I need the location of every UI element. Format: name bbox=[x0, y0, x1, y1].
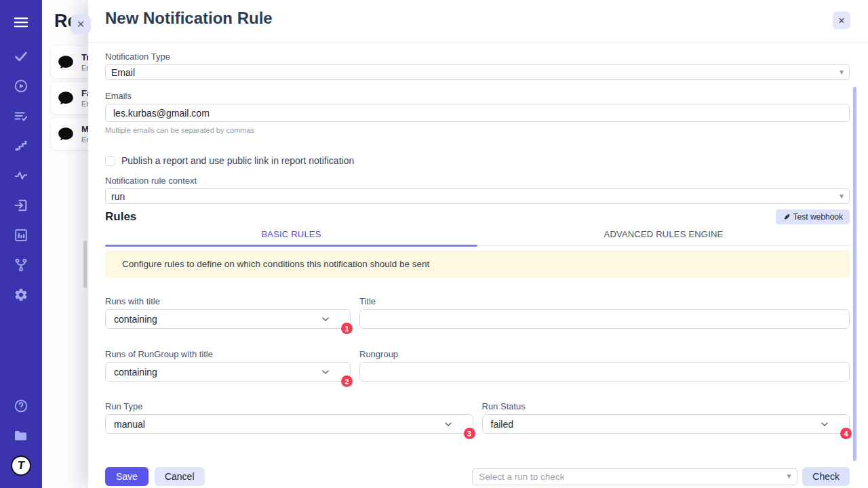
new-notification-rule-drawer: ✕ New Notification Rule ✕ Notification T… bbox=[88, 0, 868, 488]
play-circle-icon[interactable] bbox=[11, 76, 31, 96]
run-status-label: Run Status bbox=[482, 401, 850, 411]
tab-advanced-rules-engine[interactable]: ADVANCED RULES ENGINE bbox=[477, 229, 850, 245]
chevron-down-icon bbox=[320, 314, 331, 325]
runs-of-rungroup-label: Runs of RunGroup with title bbox=[105, 349, 351, 359]
step-badge: 4 bbox=[840, 428, 852, 439]
check-button[interactable]: Check bbox=[802, 467, 850, 486]
bar-chart-icon[interactable] bbox=[11, 225, 31, 245]
run-to-check-select[interactable]: Select a run to check ▼ bbox=[472, 468, 797, 485]
list-item[interactable]: Fa Em bbox=[51, 82, 92, 114]
close-drawer-icon[interactable]: ✕ bbox=[71, 14, 91, 35]
context-label: Notification rule context bbox=[105, 176, 850, 186]
page-title: New Notification Rule bbox=[105, 9, 273, 28]
menu-icon[interactable] bbox=[11, 12, 31, 33]
run-type-dropdown[interactable]: manual 3 bbox=[105, 414, 473, 434]
list-check-icon[interactable] bbox=[11, 106, 31, 126]
chat-bubble-icon bbox=[57, 125, 75, 143]
dropdown-caret-icon: ▼ bbox=[838, 68, 845, 76]
steps-icon[interactable] bbox=[11, 136, 31, 156]
rungroup-input[interactable] bbox=[359, 362, 850, 382]
drawer-header: New Notification Rule ✕ bbox=[88, 0, 868, 43]
chevron-down-icon bbox=[320, 367, 331, 378]
panel-scrollbar[interactable] bbox=[83, 241, 87, 288]
rungroup-label: Rungroup bbox=[359, 349, 850, 359]
cancel-button[interactable]: Cancel bbox=[155, 467, 205, 486]
help-circle-icon[interactable] bbox=[11, 396, 31, 416]
notification-type-select[interactable]: Email ▼ bbox=[105, 64, 850, 80]
chat-bubble-icon bbox=[57, 54, 75, 71]
title-input[interactable] bbox=[359, 309, 850, 329]
run-status-dropdown[interactable]: failed 4 bbox=[482, 414, 850, 434]
rules-info-banner: Configure rules to define on which condi… bbox=[105, 250, 850, 277]
test-webhook-button[interactable]: Test webhook bbox=[776, 209, 850, 224]
runs-with-title-label: Runs with title bbox=[105, 296, 351, 306]
publish-report-label[interactable]: Publish a report and use public link in … bbox=[121, 155, 354, 166]
rules-heading: Rules bbox=[105, 210, 136, 224]
context-select[interactable]: run ▼ bbox=[105, 188, 850, 204]
chevron-down-icon bbox=[443, 419, 454, 430]
list-item[interactable]: Tra Em bbox=[51, 46, 92, 78]
notification-rule-list: Tra Em Fa Em Ma Em bbox=[51, 46, 92, 154]
step-badge: 3 bbox=[464, 428, 475, 439]
emails-label: Emails bbox=[105, 91, 850, 101]
save-button[interactable]: Save bbox=[105, 467, 149, 486]
publish-report-checkbox[interactable] bbox=[105, 156, 115, 166]
list-item[interactable]: Ma Em bbox=[51, 118, 92, 150]
check-icon[interactable] bbox=[11, 46, 31, 66]
notifications-list-panel: Re Tra Em Fa Em Ma Em bbox=[42, 0, 92, 488]
step-badge: 1 bbox=[341, 323, 353, 334]
tab-basic-rules[interactable]: BASIC RULES bbox=[105, 229, 477, 245]
git-fork-icon[interactable] bbox=[11, 255, 31, 275]
dropdown-caret-icon: ▼ bbox=[785, 472, 792, 480]
dropdown-caret-icon: ▼ bbox=[838, 192, 845, 200]
app-sidebar: T bbox=[0, 0, 42, 488]
rocket-icon bbox=[783, 214, 790, 221]
chevron-down-icon bbox=[819, 419, 830, 430]
rules-tabs: BASIC RULES ADVANCED RULES ENGINE bbox=[105, 229, 850, 246]
emails-input[interactable] bbox=[105, 104, 850, 122]
run-type-label: Run Type bbox=[105, 401, 473, 411]
app-logo[interactable]: T bbox=[11, 455, 31, 476]
drawer-scrollbar[interactable] bbox=[853, 87, 856, 461]
runs-of-rungroup-dropdown[interactable]: containing 2 bbox=[105, 362, 351, 382]
activity-icon[interactable] bbox=[11, 165, 31, 186]
runs-with-title-dropdown[interactable]: containing 1 bbox=[105, 309, 351, 329]
close-icon[interactable]: ✕ bbox=[833, 12, 850, 29]
step-badge: 2 bbox=[341, 375, 353, 387]
chat-bubble-icon bbox=[57, 89, 75, 107]
emails-helper-text: Multiple emails can be separated by comm… bbox=[105, 126, 850, 134]
gear-icon[interactable] bbox=[11, 285, 31, 305]
sign-in-icon[interactable] bbox=[11, 195, 31, 216]
drawer-body: Notification Type Email ▼ Emails Multipl… bbox=[88, 52, 868, 488]
notification-type-label: Notification Type bbox=[105, 52, 850, 62]
folder-icon[interactable] bbox=[11, 426, 31, 446]
title-label: Title bbox=[359, 296, 850, 306]
